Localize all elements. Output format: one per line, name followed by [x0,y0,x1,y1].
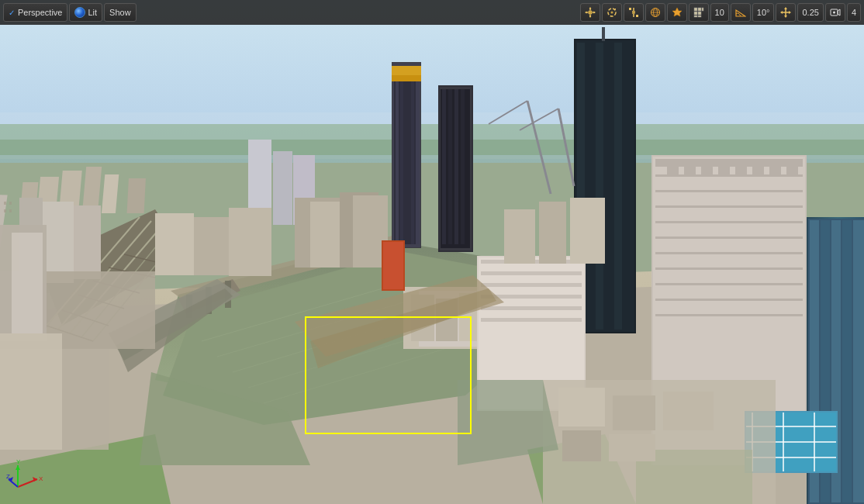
svg-text:Z: Z [6,473,10,480]
svg-rect-79 [602,27,605,41]
svg-rect-176 [629,8,631,10]
svg-point-199 [833,12,835,14]
svg-rect-155 [570,198,605,264]
svg-rect-152 [383,242,403,289]
city-scene-background [0,0,864,504]
lit-sphere-icon [74,7,85,18]
svg-rect-62 [416,66,419,244]
svg-rect-93 [655,221,803,223]
svg-rect-38 [127,178,146,213]
scale-button[interactable] [624,3,644,22]
snap-icon [672,7,683,18]
grid-snap-button[interactable] [689,3,709,22]
scale-value-button[interactable]: 0.25 [797,3,823,22]
expand-icon [780,7,791,18]
svg-rect-149 [562,430,601,461]
svg-rect-141 [481,283,582,287]
svg-marker-198 [838,9,840,16]
svg-rect-64 [392,75,421,81]
svg-marker-166 [589,16,591,19]
svg-rect-50 [9,209,12,212]
svg-rect-175 [636,15,638,17]
svg-rect-183 [694,8,697,11]
svg-rect-100 [667,167,679,174]
svg-rect-60 [400,66,403,244]
svg-rect-63 [392,66,421,75]
rotate-button[interactable] [602,3,622,22]
angle-icon [735,7,746,18]
svg-rect-147 [613,395,655,430]
viewport-3d[interactable]: ✓ Perspective Lit Show [0,0,864,504]
svg-rect-69 [448,89,452,244]
svg-rect-44 [43,202,74,283]
translate-button[interactable] [580,3,600,22]
svg-text:Y: Y [16,458,21,465]
svg-rect-76 [596,43,603,330]
camera-speed-value-button[interactable]: 4 [847,3,861,22]
svg-rect-98 [655,299,803,301]
svg-rect-70 [454,89,458,244]
axes-indicator: X Y Z [6,457,41,492]
svg-rect-99 [655,314,803,316]
grid-value-button[interactable]: 10 [710,3,729,22]
svg-rect-125 [229,208,271,276]
svg-rect-101 [684,167,696,174]
svg-rect-59 [396,66,399,244]
expand-button[interactable] [776,3,796,22]
svg-point-160 [588,11,592,15]
svg-rect-77 [605,43,613,330]
svg-rect-97 [655,283,803,285]
svg-rect-106 [769,167,781,174]
svg-rect-61 [411,66,414,244]
grid-value: 10 [715,8,724,17]
world-space-button[interactable] [645,3,665,22]
svg-rect-188 [694,16,697,17]
svg-rect-85 [842,220,852,502]
svg-rect-126 [0,333,62,450]
svg-marker-193 [789,11,791,14]
svg-rect-184 [698,8,701,11]
svg-rect-90 [655,174,803,177]
perspective-button[interactable]: ✓ Perspective [3,3,67,22]
camera-speed-button[interactable] [825,3,845,22]
svg-rect-96 [655,268,803,270]
city-scene-svg [0,0,864,504]
svg-rect-75 [586,43,594,330]
world-icon [650,7,661,18]
svg-rect-104 [735,167,747,174]
svg-rect-187 [698,12,701,15]
svg-rect-105 [752,167,764,174]
svg-rect-52 [12,233,43,333]
svg-rect-68 [442,89,446,244]
lit-label: Lit [88,8,97,17]
svg-rect-91 [655,190,803,192]
angle-value: 10° [757,8,770,17]
svg-marker-196 [784,16,787,18]
camera-icon [830,7,841,18]
show-label: Show [109,8,131,17]
angle-snap-button[interactable] [731,3,751,22]
svg-rect-102 [701,167,713,174]
svg-marker-168 [593,12,596,14]
svg-rect-127 [62,349,109,450]
svg-rect-172 [632,12,634,14]
scale-value: 0.25 [802,8,818,17]
show-button[interactable]: Show [104,3,137,22]
svg-rect-71 [461,89,465,244]
svg-rect-143 [481,306,582,310]
svg-marker-165 [589,7,591,9]
snap-toggle-button[interactable] [667,3,687,22]
toolbar-right: 10 10° 0.25 [577,0,864,25]
lit-button[interactable]: Lit [69,3,102,22]
svg-rect-186 [694,12,697,15]
svg-rect-144 [481,318,582,322]
svg-marker-167 [585,12,587,14]
svg-point-170 [610,12,613,14]
svg-rect-107 [786,167,798,174]
svg-rect-150 [609,434,655,461]
svg-marker-192 [780,11,783,14]
svg-rect-47 [4,202,6,205]
angle-value-button[interactable]: 10° [752,3,775,22]
svg-rect-146 [558,388,605,426]
camera-speed-value: 4 [852,8,856,17]
